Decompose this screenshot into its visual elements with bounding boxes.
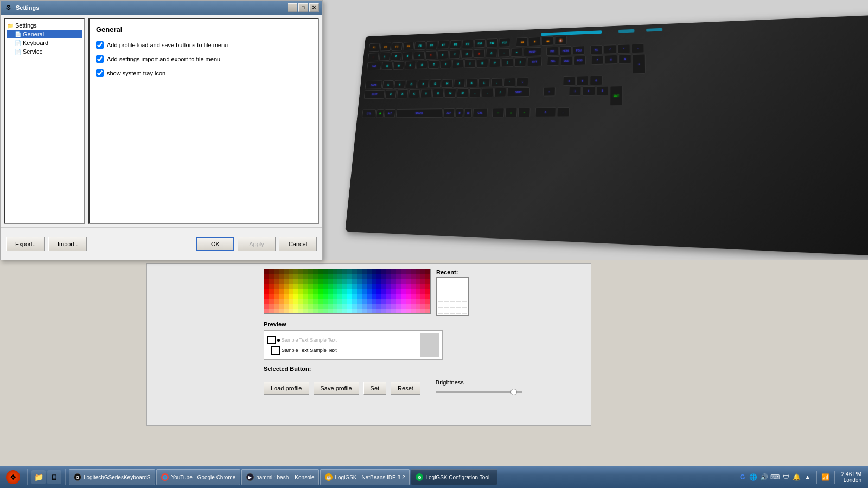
color-cell[interactable]: [308, 274, 313, 279]
color-cell[interactable]: [293, 284, 298, 289]
color-cell[interactable]: [318, 289, 323, 294]
color-cell[interactable]: [293, 309, 298, 313]
color-cell[interactable]: [328, 289, 333, 294]
recent-color-cell[interactable]: [438, 309, 443, 314]
color-cell[interactable]: [420, 279, 425, 284]
color-cell[interactable]: [416, 309, 420, 313]
color-cell[interactable]: [401, 309, 406, 313]
color-cell[interactable]: [269, 279, 274, 284]
color-cell[interactable]: [357, 284, 362, 289]
maximize-button[interactable]: □: [298, 3, 308, 12]
color-cell[interactable]: [425, 274, 430, 279]
color-cell[interactable]: [416, 279, 420, 284]
shield-tray-icon[interactable]: 🛡: [782, 473, 790, 481]
recent-color-cell[interactable]: [456, 309, 461, 314]
color-cell[interactable]: [362, 289, 367, 294]
recent-color-cell[interactable]: [456, 297, 461, 302]
color-cell[interactable]: [274, 294, 279, 299]
import-button[interactable]: Import..: [48, 237, 87, 251]
color-cell[interactable]: [372, 269, 376, 274]
color-cell[interactable]: [347, 269, 352, 274]
recent-color-cell[interactable]: [450, 291, 455, 296]
color-cell[interactable]: [411, 309, 416, 313]
color-cell[interactable]: [323, 309, 328, 313]
color-cell[interactable]: [425, 284, 430, 289]
color-cell[interactable]: [298, 274, 303, 279]
color-cell[interactable]: [362, 299, 367, 304]
color-cell[interactable]: [274, 299, 279, 304]
color-cell[interactable]: [323, 269, 328, 274]
color-cell[interactable]: [313, 269, 318, 274]
recent-color-cell[interactable]: [444, 303, 449, 308]
color-cell[interactable]: [279, 299, 284, 304]
color-cell[interactable]: [289, 294, 293, 299]
color-cell[interactable]: [372, 294, 376, 299]
color-cell[interactable]: [411, 299, 416, 304]
color-cell[interactable]: [279, 274, 284, 279]
checkbox-system-tray[interactable]: [96, 69, 104, 77]
color-cell[interactable]: [352, 279, 357, 284]
color-cell[interactable]: [425, 294, 430, 299]
color-cell[interactable]: [274, 289, 279, 294]
color-cell[interactable]: [347, 309, 352, 313]
color-cell[interactable]: [264, 279, 269, 284]
tree-item-keyboard[interactable]: 📄 Keyboard: [7, 38, 82, 47]
tree-item-service[interactable]: 📄 Service: [7, 47, 82, 56]
close-button[interactable]: ✕: [309, 3, 319, 12]
color-cell[interactable]: [401, 269, 406, 274]
color-cell[interactable]: [284, 294, 289, 299]
color-cell[interactable]: [279, 309, 284, 313]
color-cell[interactable]: [396, 304, 401, 309]
color-cell[interactable]: [396, 299, 401, 304]
color-cell[interactable]: [274, 309, 279, 313]
recent-color-cell[interactable]: [450, 309, 455, 314]
color-cell[interactable]: [289, 274, 293, 279]
color-cell[interactable]: [420, 294, 425, 299]
color-cell[interactable]: [308, 304, 313, 309]
color-cell[interactable]: [362, 274, 367, 279]
color-cell[interactable]: [416, 299, 420, 304]
color-cell[interactable]: [293, 289, 298, 294]
color-cell[interactable]: [425, 304, 430, 309]
color-cell[interactable]: [279, 279, 284, 284]
volume-tray-icon[interactable]: 🔊: [760, 473, 769, 481]
color-cell[interactable]: [396, 274, 401, 279]
color-cell[interactable]: [352, 289, 357, 294]
color-cell[interactable]: [269, 294, 274, 299]
color-cell[interactable]: [342, 274, 347, 279]
color-cell[interactable]: [376, 299, 381, 304]
color-cell[interactable]: [289, 289, 293, 294]
color-cell[interactable]: [386, 269, 391, 274]
color-cell[interactable]: [376, 269, 381, 274]
color-cell[interactable]: [264, 299, 269, 304]
recent-color-cell[interactable]: [444, 279, 449, 284]
color-cell[interactable]: [337, 294, 342, 299]
color-cell[interactable]: [401, 289, 406, 294]
color-cell[interactable]: [333, 294, 337, 299]
color-cell[interactable]: [342, 299, 347, 304]
recent-color-cell[interactable]: [462, 297, 467, 302]
color-cell[interactable]: [376, 289, 381, 294]
color-cell[interactable]: [352, 309, 357, 313]
color-cell[interactable]: [313, 294, 318, 299]
color-cell[interactable]: [416, 304, 420, 309]
color-cell[interactable]: [303, 294, 308, 299]
color-cell[interactable]: [337, 269, 342, 274]
color-cell[interactable]: [279, 269, 284, 274]
color-cell[interactable]: [298, 289, 303, 294]
color-cell[interactable]: [372, 304, 376, 309]
color-cell[interactable]: [362, 284, 367, 289]
color-cell[interactable]: [328, 309, 333, 313]
recent-color-cell[interactable]: [438, 279, 443, 284]
color-cell[interactable]: [274, 304, 279, 309]
color-cell[interactable]: [406, 274, 411, 279]
color-cell[interactable]: [425, 299, 430, 304]
color-cell[interactable]: [425, 269, 430, 274]
color-cell[interactable]: [406, 279, 411, 284]
color-cell[interactable]: [406, 284, 411, 289]
color-cell[interactable]: [313, 289, 318, 294]
color-cell[interactable]: [342, 284, 347, 289]
color-cell[interactable]: [420, 309, 425, 313]
recent-color-cell[interactable]: [450, 285, 455, 290]
recent-color-cell[interactable]: [462, 303, 467, 308]
